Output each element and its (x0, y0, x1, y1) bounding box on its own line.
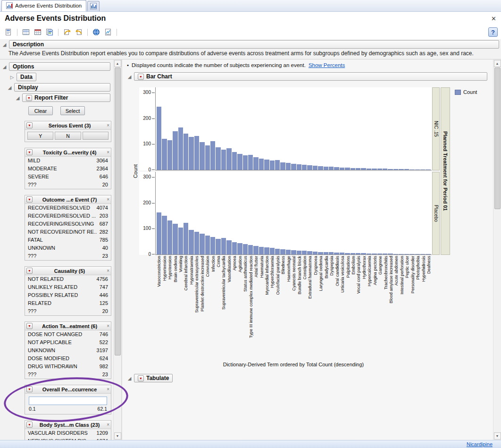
bar[interactable] (221, 150, 226, 170)
bar[interactable] (302, 165, 307, 170)
bar[interactable] (377, 169, 382, 170)
close-icon[interactable]: × (107, 387, 109, 392)
journal-icon[interactable] (44, 27, 55, 37)
filter-row[interactable]: DOSE NOT CHANGED746 (25, 330, 111, 338)
bar[interactable] (383, 254, 387, 254)
filter-row[interactable]: SEVERE646 (25, 173, 111, 181)
bar[interactable] (356, 168, 360, 170)
bar[interactable] (393, 169, 398, 170)
bar[interactable] (248, 155, 253, 170)
bar[interactable] (264, 160, 269, 170)
bar[interactable] (302, 251, 307, 254)
display-header-box[interactable]: Display (14, 83, 110, 92)
filter-row[interactable]: UNKNOWN3197 (25, 347, 111, 355)
filter-row[interactable]: MILD3064 (25, 157, 111, 165)
scroll-down-icon[interactable]: ▼ (114, 432, 121, 440)
filter-value-button[interactable]: Y (27, 132, 53, 140)
bar[interactable] (280, 249, 285, 254)
red-triangle-menu-icon[interactable]: ▼ (26, 323, 33, 329)
tab-graph-builder[interactable] (87, 1, 100, 11)
options-header-box[interactable]: Options (9, 62, 110, 71)
bar[interactable] (393, 254, 398, 254)
bar[interactable] (426, 254, 430, 254)
red-triangle-menu-icon[interactable]: ▼ (26, 196, 33, 203)
bar[interactable] (275, 249, 280, 254)
bar[interactable] (340, 168, 344, 170)
filter-row[interactable]: ???23 (25, 371, 111, 379)
bar[interactable] (415, 254, 420, 254)
bar[interactable] (210, 141, 215, 170)
bar[interactable] (226, 240, 231, 254)
bar[interactable] (286, 163, 291, 170)
bar[interactable] (200, 142, 204, 170)
filter-row[interactable]: RECOVERED/RESOLVED ...203 (25, 212, 111, 220)
edit-script-icon[interactable] (74, 27, 84, 37)
bar[interactable] (340, 253, 344, 254)
bar[interactable] (404, 254, 409, 254)
bar[interactable] (345, 253, 350, 254)
bar[interactable] (184, 134, 188, 170)
data-header-box[interactable]: Data (17, 73, 36, 81)
bar[interactable] (178, 127, 183, 170)
bar[interactable] (420, 254, 425, 254)
bar[interactable] (280, 162, 285, 170)
filter-value-button[interactable]: N (55, 132, 81, 140)
close-icon[interactable]: × (107, 150, 109, 155)
red-triangle-menu-icon[interactable]: ▼ (138, 74, 144, 80)
filter-row[interactable]: NOT RELATED4756 (25, 275, 111, 283)
select-button[interactable]: Select (60, 106, 85, 115)
bar[interactable] (189, 137, 193, 170)
data-table-icon[interactable] (33, 27, 43, 37)
filter-row[interactable]: ???23 (25, 252, 111, 260)
bar[interactable] (237, 243, 242, 254)
bar[interactable] (216, 147, 220, 170)
options-scrollbar[interactable]: ▲ ▼ (113, 59, 121, 440)
bar[interactable] (243, 155, 248, 170)
filter-row[interactable]: UNLIKELY RELATED747 (25, 283, 111, 291)
red-triangle-menu-icon[interactable]: ▼ (26, 149, 33, 155)
bar[interactable] (404, 169, 409, 170)
scroll-up-icon[interactable]: ▲ (114, 60, 121, 67)
range-slider[interactable] (29, 397, 107, 405)
bar[interactable] (157, 107, 161, 170)
bar[interactable] (178, 228, 183, 254)
bar[interactable] (264, 247, 269, 254)
tab-adverse-events-distribution[interactable]: Adverse Events Distribution (1, 0, 86, 11)
bar[interactable] (237, 154, 242, 170)
bar[interactable] (297, 164, 301, 170)
bar[interactable] (253, 157, 258, 170)
close-icon[interactable]: × (107, 422, 109, 427)
bar[interactable] (372, 254, 376, 254)
close-icon[interactable]: ✕ (491, 15, 496, 22)
description-header-box[interactable]: Description (9, 40, 499, 49)
globe-icon[interactable] (91, 27, 101, 37)
bar[interactable] (243, 244, 248, 254)
bar[interactable] (205, 236, 210, 254)
bar[interactable] (356, 253, 360, 254)
red-triangle-menu-icon[interactable]: ▼ (26, 386, 33, 392)
disclosure-collapsed-icon[interactable]: ▷ (9, 75, 15, 80)
bar[interactable] (189, 230, 193, 255)
filter-row[interactable]: RECOVERED/RESOLVED4074 (25, 204, 111, 212)
close-icon[interactable]: × (107, 123, 109, 128)
filter-row[interactable]: RELATED125 (25, 299, 111, 307)
disclosure-open-icon[interactable]: ◢ (2, 42, 7, 47)
bar[interactable] (313, 252, 317, 254)
bar[interactable] (324, 167, 328, 170)
red-triangle-menu-icon[interactable]: ▼ (26, 95, 32, 101)
disclosure-open-icon[interactable]: ◢ (2, 64, 7, 69)
bar[interactable] (329, 167, 334, 170)
bar[interactable] (318, 252, 323, 254)
filter-row[interactable]: POSSIBLY RELATED446 (25, 291, 111, 299)
bar[interactable] (275, 160, 280, 170)
close-icon[interactable]: × (107, 323, 109, 329)
filter-row[interactable]: UNKNOWN40 (25, 244, 111, 252)
bar[interactable] (388, 254, 392, 254)
bar[interactable] (167, 140, 172, 170)
bar[interactable] (361, 253, 366, 254)
red-triangle-menu-icon[interactable]: ▼ (26, 122, 33, 128)
bar[interactable] (259, 247, 264, 254)
window-scrollbar[interactable]: ▲ ▼ (493, 59, 501, 440)
bar[interactable] (313, 166, 317, 170)
bar[interactable] (194, 232, 199, 254)
